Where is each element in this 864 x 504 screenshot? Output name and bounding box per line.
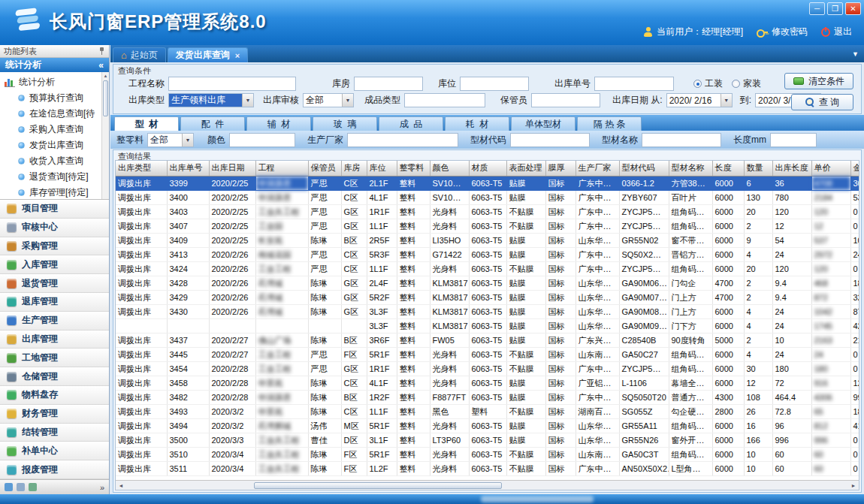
column-header[interactable]: 型材名称 bbox=[669, 161, 712, 176]
manufacturer-input[interactable] bbox=[347, 133, 458, 147]
table-row[interactable]: 调拨出库33992020/2/25华润源居严思C区2L1F整料SV10…6063… bbox=[116, 176, 859, 190]
material-tab[interactable]: 型 材 bbox=[114, 116, 179, 131]
table-row[interactable]: 调拨出库34002020/2/25华润源居严思C区4L1F整料SV10…6063… bbox=[116, 190, 859, 204]
column-header[interactable]: 型材代码 bbox=[619, 161, 669, 176]
material-tab[interactable]: 耗 材 bbox=[445, 116, 509, 131]
table-row[interactable]: 调拨出库34072020/2/25工业园严思G区1L1F整料光身料6063-T5… bbox=[116, 219, 859, 233]
material-tab[interactable]: 玻 璃 bbox=[313, 116, 377, 131]
sidebar-menu-item[interactable]: 仓储管理 bbox=[0, 367, 109, 386]
column-header[interactable]: 出库长度 bbox=[772, 161, 811, 176]
table-row[interactable]: 调拨出库35102020/3/4工业共工程陈琳F区5R1F整料光身料6063-T… bbox=[116, 447, 859, 461]
table-row[interactable]: 调拨出库34542020/2/28工业工程严思G区1R1F整料光身料6063-T… bbox=[116, 361, 859, 376]
column-header[interactable]: 膜厚 bbox=[545, 161, 575, 176]
table-row[interactable]: 调拨出库34032020/2/25工业共工程严思G区1R1F整料光身料6063-… bbox=[116, 204, 859, 219]
sidebar-menu-item[interactable]: 项目管理 bbox=[0, 200, 109, 219]
collapse-icon[interactable]: « bbox=[98, 60, 104, 71]
order-no-input[interactable] bbox=[594, 77, 674, 91]
tree-item[interactable]: 发货出库查询 bbox=[3, 137, 109, 153]
material-tab[interactable]: 单体型材 bbox=[511, 116, 575, 131]
minimize-button[interactable]: ─ bbox=[809, 2, 825, 15]
table-row[interactable]: 调拨出库34582020/2/28华景苑陈琳C区4L1F整料光身料6063-T5… bbox=[116, 376, 859, 390]
whole-piece-select[interactable]: 全部 bbox=[147, 133, 194, 147]
sidebar-menu-item[interactable]: 报废管理 bbox=[0, 460, 109, 479]
tab-list-caret-icon[interactable]: ▼ bbox=[852, 50, 859, 58]
table-row[interactable]: 调拨出库35112020/3/4工业共工程陈琳F区1L2F整料光身料6063-T… bbox=[116, 461, 859, 475]
audit-select[interactable]: 全部 bbox=[303, 93, 354, 107]
project-name-input[interactable] bbox=[168, 77, 296, 91]
horizontal-scrollbar[interactable]: ◄ ► bbox=[116, 480, 859, 490]
column-header[interactable]: 库房 bbox=[341, 161, 367, 176]
date-from-picker[interactable]: 2020/ 2/16 bbox=[666, 93, 733, 107]
maximize-button[interactable]: ❐ bbox=[827, 2, 843, 15]
tree-item[interactable]: 在途信息查询[待 bbox=[3, 106, 109, 122]
keeper-input[interactable] bbox=[531, 93, 600, 107]
table-row[interactable]: 调拨出库34302020/2/26石湾城陈琳G区3L3F整料KLM3817606… bbox=[116, 304, 859, 318]
scroll-up-icon[interactable]: ▲ bbox=[102, 72, 109, 80]
sidebar-menu-item[interactable]: 退库管理 bbox=[0, 293, 109, 312]
column-header[interactable]: 整零料 bbox=[397, 161, 430, 176]
table-row[interactable]: 调拨出库34932020/3/2华景苑陈琳C区1L1F整料黑色塑料不贴膜国标湖南… bbox=[116, 404, 859, 418]
radio-gongzhuang[interactable] bbox=[693, 80, 702, 88]
sidebar-menu-item[interactable]: 财务管理 bbox=[0, 405, 109, 424]
column-header[interactable]: 数量 bbox=[744, 161, 772, 176]
tree-item[interactable]: 采购入库查询 bbox=[3, 122, 109, 137]
warehouse-input[interactable] bbox=[354, 77, 423, 91]
table-row[interactable]: 调拨出库34822020/2/28华润源居陈琳B区1R2F整料F8877FT60… bbox=[116, 390, 859, 404]
profile-code-input[interactable] bbox=[510, 133, 590, 147]
length-input[interactable] bbox=[770, 133, 817, 147]
material-tab[interactable]: 配 件 bbox=[180, 116, 245, 131]
color-input[interactable] bbox=[229, 133, 295, 147]
table-row[interactable]: 调拨出库34132020/2/26南城花园严思C区5R3F整料G71422606… bbox=[116, 247, 859, 261]
table-row[interactable]: 调拨出库34942020/3/2石湾辉城汤伟M区5R1F整料光身料6063-T5… bbox=[116, 418, 859, 433]
column-header[interactable]: 生产厂家 bbox=[575, 161, 619, 176]
column-header[interactable]: 出库日期 bbox=[209, 161, 255, 176]
tree-item[interactable]: 收货入库查询 bbox=[3, 153, 109, 169]
accordion-statistics[interactable]: 统计分析 « bbox=[0, 58, 109, 72]
table-row[interactable]: 调拨出库34452020/2/27工业工程严思F区5R1F整料光身料6063-T… bbox=[116, 347, 859, 361]
column-header[interactable]: 保管员 bbox=[308, 161, 341, 176]
column-header[interactable]: 长度 bbox=[712, 161, 744, 176]
outbound-type-select[interactable]: 生产领料出库 bbox=[168, 93, 254, 107]
column-header[interactable]: 出库类型 bbox=[116, 161, 167, 176]
tree-scroll-thumb[interactable] bbox=[103, 80, 108, 116]
tree-item[interactable]: 退货查询[待定] bbox=[3, 169, 109, 185]
material-tab[interactable]: 隔 热 条 bbox=[577, 116, 642, 131]
product-type-input[interactable] bbox=[404, 93, 485, 107]
column-header[interactable]: 金额 bbox=[850, 161, 859, 176]
material-tab[interactable]: 成 品 bbox=[379, 116, 443, 131]
sidebar-menu-item[interactable]: 采购管理 bbox=[0, 237, 109, 256]
column-header[interactable]: 工程 bbox=[255, 161, 308, 176]
table-row[interactable]: 调拨出库34372020/2/27佛山广场陈琳B区3R6F整料FW056063-… bbox=[116, 333, 859, 347]
clear-conditions-button[interactable]: 清空条件 bbox=[784, 73, 853, 89]
chevron-down-icon[interactable] bbox=[242, 94, 253, 107]
tab-start-page[interactable]: ⌂ 起始页 bbox=[113, 47, 166, 62]
logout-button[interactable]: 退出 bbox=[821, 26, 852, 38]
column-header[interactable]: 单价 bbox=[811, 161, 850, 176]
column-header[interactable]: 表面处理 bbox=[506, 161, 545, 176]
sidebar-menu-item[interactable]: 结转管理 bbox=[0, 424, 109, 442]
search-button[interactable]: 查 询 bbox=[791, 94, 853, 110]
column-header[interactable]: 材质 bbox=[469, 161, 506, 176]
chevron-down-icon[interactable] bbox=[182, 134, 193, 146]
material-tab[interactable]: 辅 材 bbox=[246, 116, 311, 131]
chevron-down-icon[interactable] bbox=[721, 94, 732, 107]
sidebar-menu-item[interactable]: 审核中心 bbox=[0, 219, 109, 237]
footer-panel-icon[interactable] bbox=[5, 483, 13, 491]
footer-list-icon[interactable] bbox=[17, 483, 25, 491]
pin-icon[interactable] bbox=[98, 47, 105, 55]
table-row[interactable]: 调拨出库34292020/2/26石湾城陈琳G区5R2F整料KLM3817606… bbox=[116, 290, 859, 304]
tab-shipping-outbound-query[interactable]: 发货出库查询 × bbox=[168, 47, 248, 62]
tree-item[interactable]: 库存管理[待定] bbox=[3, 185, 109, 200]
tree-item[interactable]: 预算执行查询 bbox=[3, 90, 109, 106]
tab-close-icon[interactable]: × bbox=[234, 51, 240, 60]
close-button[interactable]: ✕ bbox=[845, 2, 861, 15]
table-row[interactable]: 调拨出库35002020/3/3工业共工程曹佳D区3L1F整料LT3P60606… bbox=[116, 433, 859, 447]
column-header[interactable]: 库位 bbox=[367, 161, 397, 176]
sidebar-menu-item[interactable]: 退货管理 bbox=[0, 274, 109, 293]
sidebar-menu-item[interactable]: 工地管理 bbox=[0, 349, 109, 367]
table-row[interactable]: 调拨出库34282020/2/26石湾城陈琳G区2L4F整料KLM3817606… bbox=[116, 276, 859, 290]
radio-jiazhuang[interactable] bbox=[732, 80, 740, 88]
table-row[interactable]: 3L3F整料KLM38176063-T5贴膜国标山东华…GA90M09…门下方6… bbox=[116, 318, 859, 333]
scrollbar-thumb[interactable] bbox=[254, 482, 502, 489]
table-row[interactable]: 调拨出库34092020/2/25长安苑陈琳B区2R5F整料LI35HO6063… bbox=[116, 233, 859, 247]
